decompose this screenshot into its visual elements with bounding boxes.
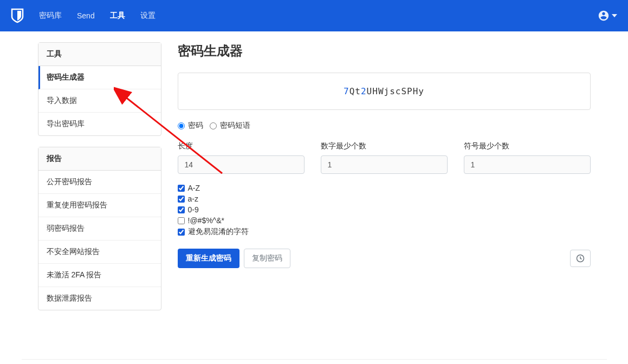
check-digits[interactable] — [178, 206, 185, 213]
top-navbar: 密码库 Send 工具 设置 — [0, 0, 628, 31]
user-menu[interactable] — [598, 10, 617, 22]
navbar-left: 密码库 Send 工具 设置 — [11, 8, 156, 23]
sidebar-item-generator[interactable]: 密码生成器 — [38, 66, 161, 89]
length-group: 长度 — [178, 141, 305, 174]
nav-settings[interactable]: 设置 — [140, 11, 156, 21]
password-fragment: 2 — [361, 86, 367, 96]
sidebar-item-exposed[interactable]: 公开密码报告 — [38, 171, 161, 194]
length-label: 长度 — [178, 141, 305, 151]
check-digits-label: 0-9 — [188, 205, 199, 214]
sidebar-item-2fa[interactable]: 未激活 2FA 报告 — [38, 264, 161, 287]
min-numbers-label: 数字最少个数 — [321, 141, 448, 151]
sidebar-tools-card: 工具 密码生成器 导入数据 导出密码库 — [38, 42, 161, 136]
check-symbols-label: !@#$%^&* — [188, 216, 224, 225]
sidebar-reports-card: 报告 公开密码报告 重复使用密码报告 弱密码报告 不安全网站报告 未激活 2FA… — [38, 147, 161, 310]
sidebar-item-weak[interactable]: 弱密码报告 — [38, 217, 161, 240]
page-title: 密码生成器 — [178, 42, 591, 60]
sidebar-item-breach[interactable]: 数据泄露报告 — [38, 287, 161, 310]
password-fragment: UHWjscSPHy — [367, 86, 424, 96]
nav-vault[interactable]: 密码库 — [39, 11, 62, 21]
min-numbers-input[interactable] — [321, 155, 448, 174]
shield-logo-icon — [11, 8, 24, 23]
nav-tools[interactable]: 工具 — [110, 11, 125, 21]
check-symbols[interactable] — [178, 217, 185, 224]
sidebar-item-reused[interactable]: 重复使用密码报告 — [38, 194, 161, 217]
sidebar-item-export[interactable]: 导出密码库 — [38, 113, 161, 135]
sidebar-item-unsecured[interactable]: 不安全网站报告 — [38, 240, 161, 264]
min-symbols-group: 符号最少个数 — [464, 141, 591, 174]
check-ambiguous[interactable] — [178, 229, 185, 236]
password-fragment: Qt — [349, 86, 361, 96]
caret-down-icon — [612, 14, 617, 18]
generated-password-box: 7Qt2UHWjscSPHy — [178, 73, 591, 110]
type-radio-row: 密码 密码短语 — [178, 121, 591, 131]
copy-button[interactable]: 复制密码 — [244, 249, 290, 268]
sidebar-tools-header: 工具 — [38, 43, 161, 66]
check-ambiguous-label: 避免易混淆的字符 — [188, 227, 249, 237]
clock-history-icon — [576, 254, 585, 263]
length-input[interactable] — [178, 155, 305, 174]
radio-passphrase-label: 密码短语 — [220, 121, 250, 131]
radio-password[interactable]: 密码 — [178, 121, 203, 131]
main-content: 密码生成器 7Qt2UHWjscSPHy 密码 密码短语 长度 数字最少个数 — [178, 42, 591, 321]
sidebar-reports-header: 报告 — [38, 147, 161, 171]
history-button[interactable] — [570, 250, 591, 267]
check-upper[interactable] — [178, 185, 185, 192]
min-symbols-input[interactable] — [464, 155, 591, 174]
nav-send[interactable]: Send — [77, 11, 95, 20]
form-row: 长度 数字最少个数 符号最少个数 — [178, 141, 591, 174]
user-circle-icon — [598, 10, 610, 22]
password-fragment: 7 — [344, 86, 349, 96]
check-lower-label: a-z — [188, 194, 198, 203]
radio-passphrase-input[interactable] — [210, 122, 217, 129]
radio-passphrase[interactable]: 密码短语 — [210, 121, 250, 131]
regenerate-button[interactable]: 重新生成密码 — [178, 249, 239, 268]
radio-password-input[interactable] — [178, 122, 185, 129]
check-upper-label: A-Z — [188, 184, 200, 192]
main-container: 工具 密码生成器 导入数据 导出密码库 报告 公开密码报告 重复使用密码报告 弱… — [22, 31, 607, 332]
check-lower[interactable] — [178, 196, 185, 203]
options-checklist: A-Z a-z 0-9 !@#$%^&* 避免易混淆的字符 — [178, 184, 591, 237]
footer: © 2022, Bitwarden Inc. (Powered by Vault… — [22, 359, 607, 364]
sidebar-item-import[interactable]: 导入数据 — [38, 89, 161, 113]
min-symbols-label: 符号最少个数 — [464, 141, 591, 151]
action-row: 重新生成密码 复制密码 — [178, 249, 591, 268]
min-numbers-group: 数字最少个数 — [321, 141, 448, 174]
sidebar: 工具 密码生成器 导入数据 导出密码库 报告 公开密码报告 重复使用密码报告 弱… — [38, 42, 161, 321]
radio-password-label: 密码 — [188, 121, 203, 131]
